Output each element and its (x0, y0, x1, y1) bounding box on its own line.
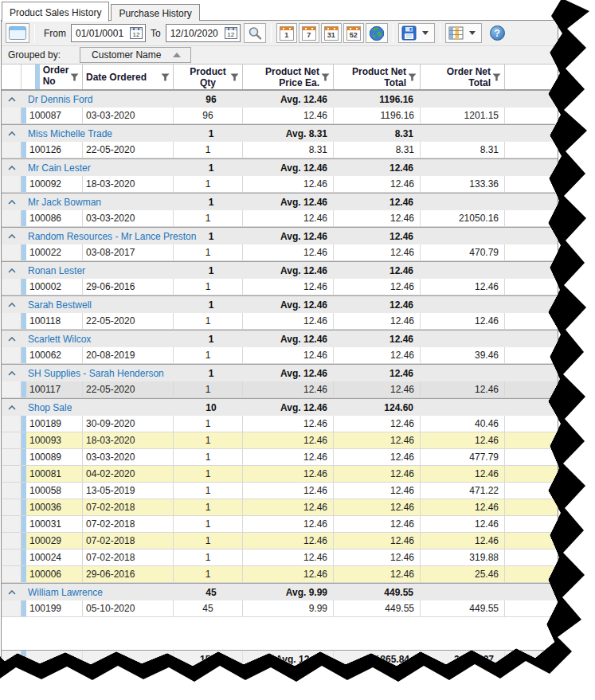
collapse-chevron-icon[interactable] (8, 166, 16, 170)
save-dropdown-arrow-icon[interactable] (422, 31, 429, 35)
order-row[interactable]: 100092 18-03-2020 1 12.46 12.46 133.36 (2, 176, 558, 193)
range-31-day-button[interactable]: 31 (321, 23, 342, 43)
filter-icon[interactable] (230, 73, 239, 81)
range-1-day-button[interactable]: 1 (276, 23, 297, 43)
header-gutter (2, 65, 22, 89)
order-row[interactable]: 100058 13-05-2019 1 12.46 12.46 471.22 (2, 483, 558, 499)
column-header-product-net-price[interactable]: Product Net Price Ea. (243, 65, 334, 89)
calendar-31-icon: 31 (324, 26, 339, 41)
filter-icon[interactable] (70, 73, 79, 81)
product-qty: 1 (174, 279, 243, 295)
group-customer-name[interactable]: Shop Sale (28, 402, 72, 413)
group-customer-name[interactable]: SH Supplies - Sarah Henderson (28, 368, 164, 379)
group-avg-price: Avg. 12.46 (246, 94, 338, 105)
collapse-chevron-icon[interactable] (8, 303, 16, 307)
collapse-chevron-icon[interactable] (8, 371, 16, 376)
collapse-chevron-icon[interactable] (8, 200, 16, 205)
group-row[interactable]: Mr Cain Lester 1 Avg. 12.46 12.46 (2, 158, 558, 176)
product-qty: 1 (174, 347, 243, 363)
group-row[interactable]: SH Supplies - Sarah Henderson 1 Avg. 12.… (2, 364, 558, 381)
group-row[interactable]: Dr Dennis Ford 96 Avg. 12.46 1196.16 (2, 90, 558, 108)
group-net-total: 12.46 (338, 368, 425, 379)
order-row[interactable]: 100081 04-02-2020 1 12.46 12.46 12.46 (2, 466, 558, 483)
product-net-price: 9.99 (243, 600, 334, 616)
order-net-total: 449.55 (421, 600, 505, 616)
column-chooser-dropdown-arrow-icon[interactable] (469, 31, 476, 35)
column-header-product-net-total[interactable]: Product Net Total (334, 65, 421, 89)
column-header-product-qty[interactable]: Product Qty (174, 65, 243, 89)
group-customer-name[interactable]: Dr Dennis Ford (28, 94, 92, 105)
search-button[interactable] (244, 23, 266, 43)
group-row[interactable]: Sarah Bestwell 1 Avg. 12.46 12.46 (2, 295, 558, 313)
all-dates-button[interactable] (366, 23, 388, 43)
collapse-chevron-icon[interactable] (8, 97, 16, 102)
group-customer-name[interactable]: Mr Cain Lester (28, 162, 91, 174)
group-row[interactable]: Scarlett Wilcox 1 Avg. 12.46 12.46 (2, 330, 558, 347)
filter-icon[interactable] (161, 73, 170, 81)
from-date-input[interactable] (76, 28, 128, 39)
to-date-input[interactable] (170, 28, 223, 39)
group-customer-name[interactable]: William Lawrence (28, 587, 103, 598)
filter-icon[interactable] (408, 73, 417, 81)
group-row[interactable]: Random Resources - Mr Lance Preston 1 Av… (2, 227, 558, 244)
filter-icon[interactable] (321, 73, 330, 81)
order-row[interactable]: 100022 03-08-2017 1 12.46 12.46 470.79 (2, 244, 558, 261)
group-qty-total: 1 (176, 162, 246, 174)
window-button[interactable] (6, 23, 29, 43)
group-row[interactable]: Shop Sale 10 Avg. 12.46 124.60 (2, 398, 558, 416)
order-row[interactable]: 100117 22-05-2020 1 12.46 12.46 12.46 (2, 381, 558, 398)
column-chooser-split-button[interactable] (445, 23, 482, 43)
group-avg-price: Avg. 12.46 (246, 231, 338, 242)
date-picker-icon[interactable]: 12 (225, 27, 237, 39)
date-ordered: 22-05-2020 (83, 313, 174, 329)
toolbar-separator (34, 25, 35, 42)
group-row[interactable]: Miss Michelle Trade 1 Avg. 8.31 8.31 (2, 124, 558, 142)
group-customer-name[interactable]: Scarlett Wilcox (28, 334, 91, 345)
order-row[interactable]: 100087 03-03-2020 96 12.46 1196.16 1201.… (2, 108, 558, 124)
group-customer-name[interactable]: Miss Michelle Trade (28, 128, 112, 139)
order-row[interactable]: 100118 22-05-2020 1 12.46 12.46 12.46 (2, 313, 558, 330)
order-row[interactable]: 100024 07-02-2018 1 12.46 12.46 319.88 (2, 549, 558, 566)
group-customer-name[interactable]: Mr Jack Bowman (28, 197, 101, 208)
order-row[interactable]: 100086 03-03-2020 1 12.46 12.46 21050.16 (2, 210, 558, 227)
collapse-chevron-icon[interactable] (8, 590, 16, 595)
collapse-chevron-icon[interactable] (8, 131, 16, 136)
tab-purchase-history[interactable]: Purchase History (111, 4, 199, 21)
help-button[interactable]: ? (490, 25, 505, 41)
order-row[interactable]: 100093 18-03-2020 1 12.46 12.46 12.46 (2, 432, 558, 449)
group-customer-name[interactable]: Ronan Lester (28, 265, 85, 276)
order-row[interactable]: 100002 29-06-2016 1 12.46 12.46 12.46 (2, 279, 558, 295)
group-row[interactable]: Mr Jack Bowman 1 Avg. 12.46 12.46 (2, 193, 558, 210)
collapse-chevron-icon[interactable] (8, 268, 16, 273)
row-gutter (2, 142, 22, 158)
group-row[interactable]: Ronan Lester 1 Avg. 12.46 12.46 (2, 261, 558, 279)
order-row[interactable]: 100126 22-05-2020 1 8.31 8.31 8.31 (2, 142, 558, 158)
order-row[interactable]: 100189 30-09-2020 1 12.46 12.46 40.46 (2, 416, 558, 432)
group-field-button[interactable]: Customer Name (80, 47, 191, 63)
order-row[interactable]: 100062 20-08-2019 1 12.46 12.46 39.46 (2, 347, 558, 364)
row-gutter (2, 483, 22, 499)
filter-icon[interactable] (492, 73, 501, 81)
save-split-button[interactable] (398, 23, 435, 43)
order-row[interactable]: 100031 07-02-2018 1 12.46 12.46 12.46 (2, 516, 558, 533)
collapse-chevron-icon[interactable] (8, 337, 16, 342)
group-customer-name[interactable]: Sarah Bestwell (28, 299, 92, 311)
product-net-total: 12.46 (334, 210, 421, 226)
range-7-day-button[interactable]: 7 (299, 23, 319, 43)
order-row[interactable]: 100089 03-03-2020 1 12.46 12.46 477.79 (2, 449, 558, 466)
date-picker-icon[interactable]: 12 (130, 27, 143, 39)
collapse-chevron-icon[interactable] (8, 405, 16, 410)
group-row[interactable]: William Lawrence 45 Avg. 9.99 449.55 (2, 583, 558, 600)
group-net-total: 124.60 (338, 402, 425, 413)
group-customer-name[interactable]: Random Resources - Mr Lance Preston (28, 231, 196, 242)
order-row[interactable]: 100036 07-02-2018 1 12.46 12.46 12.46 (2, 499, 558, 516)
order-row[interactable]: 100006 29-06-2016 1 12.46 12.46 25.46 (2, 566, 558, 583)
collapse-chevron-icon[interactable] (8, 234, 16, 239)
column-header-date-ordered[interactable]: Date Ordered (83, 65, 174, 89)
column-header-order-net-total[interactable]: Order Net Total (421, 65, 505, 89)
tab-product-sales-history[interactable]: Product Sales History (2, 2, 109, 22)
order-row[interactable]: 100199 05-10-2020 45 9.99 449.55 449.55 (2, 600, 558, 617)
order-row[interactable]: 100029 07-02-2018 1 12.46 12.46 12.46 (2, 533, 558, 549)
range-52-week-button[interactable]: 52 (343, 23, 364, 43)
column-header-order-no[interactable]: Order No (22, 65, 83, 89)
